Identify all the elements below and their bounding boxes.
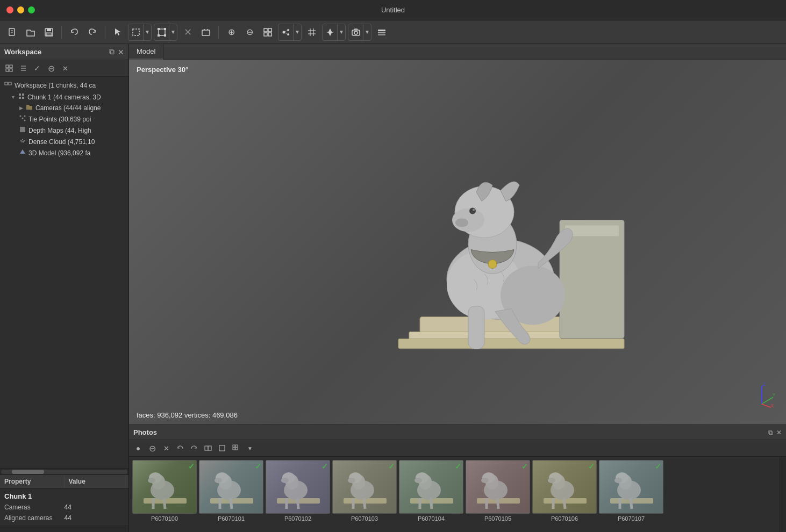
model-viewport[interactable]: Perspective 30° [129, 60, 786, 425]
chunk-expand-arrow[interactable]: ▼ [11, 95, 16, 100]
tree-depth-maps[interactable]: Depth Maps (44, High [0, 125, 128, 136]
photos-layout-chevron-icon[interactable]: ▼ [244, 442, 256, 454]
redo-icon[interactable] [84, 24, 101, 40]
tree-chunk[interactable]: ▼ Chunk 1 (44 cameras, 3D [0, 91, 128, 103]
photos-close-icon[interactable]: ✕ [776, 429, 782, 436]
undo-icon[interactable] [66, 24, 82, 40]
tree-3d-model[interactable]: 3D Model (936,092 fa [0, 147, 128, 159]
svg-point-56 [23, 141, 24, 142]
photos-check-icon[interactable]: ● [132, 442, 144, 454]
model-tab[interactable]: Model [129, 44, 163, 60]
cameras-folder-icon [26, 104, 33, 112]
model-label: 3D Model (936,092 fa [28, 149, 90, 157]
tree-cameras[interactable]: ▶ Cameras (44/44 aligne [0, 103, 128, 113]
photos-x-icon[interactable]: ✕ [160, 442, 172, 454]
ws-x-icon[interactable]: ✕ [59, 62, 71, 74]
svg-text:Y: Y [773, 392, 775, 398]
cluster-chevron-icon[interactable]: ▼ [294, 24, 301, 40]
shape-chevron-icon[interactable]: ▼ [169, 24, 177, 40]
property-rows: Chunk 1 Cameras 44 Aligned cameras 44 [0, 488, 128, 526]
photos-multi-icon[interactable] [230, 442, 242, 454]
stack-icon[interactable] [374, 24, 390, 40]
photos-detach-icon[interactable]: ⧉ [768, 429, 773, 436]
svg-line-100 [231, 498, 232, 509]
photo-thumb-4[interactable]: ✓P6070104 [399, 460, 463, 522]
workspace-root-label: Workspace (1 chunks, 44 ca [15, 82, 96, 89]
property-row-aligned: Aligned cameras 44 [0, 513, 128, 523]
close-button[interactable] [6, 6, 13, 13]
property-scrollbar[interactable] [0, 526, 128, 532]
new-icon[interactable] [4, 24, 20, 40]
model-tab-bar: Model [129, 44, 786, 60]
photo-image-6: ✓ [532, 460, 597, 514]
svg-line-93 [164, 498, 165, 509]
ws-minus-icon[interactable]: ⊖ [45, 62, 57, 74]
left-panel: Workspace ⧉ ✕ ✓ ⊖ ✕ [0, 44, 129, 532]
svg-line-121 [431, 498, 432, 509]
ws-check-icon[interactable]: ✓ [31, 62, 43, 74]
svg-line-107 [297, 498, 298, 509]
transform-icon[interactable] [154, 24, 169, 40]
select-icon[interactable] [110, 24, 126, 40]
ws-list-icon[interactable] [17, 62, 29, 74]
photo-thumb-7[interactable]: ✓P6070107 [599, 460, 663, 522]
workspace-close-icon[interactable]: ✕ [118, 48, 124, 56]
grid-icon[interactable] [304, 24, 320, 40]
zoom-in-icon[interactable]: ⊕ [223, 24, 239, 40]
main-toolbar: ▼ ▼ ✕ ⊕ ⊖ ▼ ▼ ▼ [0, 20, 786, 44]
delete-icon[interactable]: ✕ [180, 24, 196, 40]
photo-thumb-2[interactable]: ✓P6070102 [266, 460, 330, 522]
photos-minus-icon[interactable]: ⊖ [146, 442, 158, 454]
tree-workspace-root[interactable]: Workspace (1 chunks, 44 ca [0, 79, 128, 91]
photos-rotate-left-icon[interactable] [174, 442, 186, 454]
tree-dense-cloud[interactable]: Dense Cloud (4,751,10 [0, 136, 128, 147]
fit-icon[interactable] [260, 24, 276, 40]
photo-label-6: P6070106 [551, 515, 578, 522]
minimize-button[interactable] [17, 6, 24, 13]
lamp-icon[interactable] [323, 24, 338, 40]
camera-icon[interactable] [348, 24, 363, 40]
cameras-expand-arrow[interactable]: ▶ [19, 105, 23, 111]
svg-point-73 [488, 260, 497, 269]
workspace-toolbar: ✓ ⊖ ✕ [0, 60, 128, 77]
maximize-button[interactable] [28, 6, 35, 13]
svg-rect-18 [264, 33, 267, 36]
cluster-icon[interactable] [278, 24, 294, 40]
separator-3 [218, 26, 219, 39]
photo-thumb-0[interactable]: ✓P6070100 [132, 460, 197, 522]
photos-content-area: ✓P6070100 ✓P6070101 ✓P6070102 ✓P6070103 … [129, 457, 786, 532]
zoom-out-icon[interactable]: ⊖ [241, 24, 258, 40]
workspace-tree: Workspace (1 chunks, 44 ca ▼ Chunk 1 (44… [0, 77, 128, 468]
ws-grid-icon[interactable] [3, 62, 15, 74]
open-icon[interactable] [23, 24, 39, 40]
photo-image-4: ✓ [399, 460, 463, 514]
svg-point-55 [22, 141, 23, 142]
rect-select-icon[interactable] [128, 24, 144, 40]
save-icon[interactable] [41, 24, 57, 40]
photos-group-icon[interactable] [202, 442, 214, 454]
camera-chevron-icon[interactable]: ▼ [363, 24, 371, 40]
svg-point-126 [481, 478, 489, 483]
svg-rect-80 [205, 446, 208, 450]
photo-thumb-5[interactable]: ✓P6070105 [466, 460, 530, 522]
svg-marker-57 [20, 149, 25, 154]
photo-thumb-6[interactable]: ✓P6070106 [532, 460, 597, 522]
svg-point-21 [287, 29, 289, 31]
workspace-scrollbar[interactable] [0, 468, 128, 475]
tree-tie-points[interactable]: Tie Points (30,639 poi [0, 113, 128, 125]
svg-point-112 [348, 478, 355, 483]
photos-scrollbar[interactable] [780, 457, 786, 532]
workspace-detach-icon[interactable]: ⧉ [109, 47, 115, 56]
cluster-group: ▼ [278, 24, 302, 41]
chevron-down-icon[interactable]: ▼ [144, 24, 151, 40]
photo-thumb-3[interactable]: ✓P6070103 [332, 460, 397, 522]
clip-icon[interactable] [198, 24, 214, 40]
camera-group: ▼ [348, 24, 371, 41]
svg-rect-51 [20, 127, 25, 132]
photo-thumb-1[interactable]: ✓P6070101 [199, 460, 263, 522]
svg-text:Z: Z [763, 382, 766, 387]
lamp-chevron-icon[interactable]: ▼ [338, 24, 345, 40]
photos-rotate-right-icon[interactable] [188, 442, 200, 454]
photos-single-icon[interactable] [216, 442, 228, 454]
window-title: Untitled [381, 6, 405, 14]
